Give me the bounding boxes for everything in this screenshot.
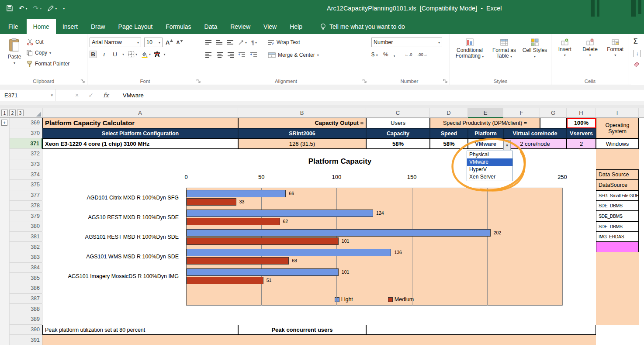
tell-me-box[interactable]: Tell me what you want to do <box>320 19 405 34</box>
outline-expand-button[interactable]: + <box>1 120 7 126</box>
cell-e371-active[interactable]: VMware <box>468 138 503 149</box>
column-header-a[interactable]: A <box>42 108 238 118</box>
cell-i381[interactable]: IMG_ERDAS <box>596 232 639 242</box>
name-box[interactable]: E371▾ <box>0 89 56 101</box>
row-header-380[interactable]: 380 <box>10 221 42 232</box>
column-header-h[interactable]: H <box>567 108 596 118</box>
validation-dropdown-button[interactable]: ▾ <box>503 140 511 150</box>
cell-i372[interactable] <box>596 149 639 159</box>
row-header-383[interactable]: 383 <box>10 252 42 263</box>
top-align-button[interactable] <box>205 40 212 45</box>
select-all-icon[interactable] <box>36 112 41 117</box>
underline-button[interactable]: U <box>111 51 118 58</box>
format-cells-button[interactable]: Format ▾ <box>604 36 627 76</box>
cell-i377[interactable]: SFG_Small File GDB <box>596 190 639 201</box>
outline-level-3-button[interactable]: 3 <box>17 110 24 116</box>
row-header-379[interactable]: 379 <box>10 211 42 221</box>
cell-e370[interactable]: Platform <box>468 128 503 139</box>
row-header-391[interactable]: 391 <box>10 335 42 345</box>
tab-file[interactable]: File <box>0 19 27 34</box>
row-header-377[interactable]: 377 <box>10 190 42 201</box>
italic-button[interactable]: I <box>100 51 107 58</box>
underline-dropdown[interactable]: ▾ <box>122 52 124 56</box>
decrease-decimal-button[interactable]: .00→ <box>418 52 428 57</box>
cell-i384[interactable] <box>596 263 639 273</box>
cell-i369-i370-merged[interactable]: Operating System <box>596 118 639 138</box>
accounting-format-button[interactable]: $ ▾ <box>371 51 378 58</box>
cell-i378[interactable]: SDE_DBMS <box>596 201 639 211</box>
dialog-launcher-icon[interactable] <box>443 79 448 83</box>
outline-level-1-button[interactable]: 1 <box>1 110 8 116</box>
row-header-381[interactable]: 381 <box>10 232 42 242</box>
increase-indent-button[interactable] <box>250 51 257 59</box>
column-header-e[interactable]: E <box>468 108 503 118</box>
cell-styles-button[interactable]: Cell Styles ▾ <box>521 36 548 76</box>
align-left-button[interactable] <box>205 52 212 58</box>
cell-a370[interactable]: Select Platform Configuration <box>42 128 238 139</box>
font-color-button[interactable]: A <box>155 52 160 57</box>
cell-h370[interactable]: Vservers <box>567 128 596 139</box>
outline-level-2-button[interactable]: 2 <box>9 110 16 116</box>
middle-align-button[interactable] <box>216 40 223 45</box>
dropdown-item-vmware[interactable]: VMware <box>467 158 512 166</box>
tab-page-layout[interactable]: Page Layout <box>112 19 159 34</box>
dialog-launcher-icon[interactable] <box>80 79 85 83</box>
row-header-369[interactable]: 369 <box>10 118 42 128</box>
cells-a391-h391[interactable] <box>42 335 596 345</box>
row-header-390[interactable]: 390 <box>10 325 42 335</box>
copy-button[interactable]: Copy▾ <box>27 48 69 57</box>
row-header-374[interactable]: 374 <box>10 169 42 180</box>
row-header-372[interactable]: 372 <box>10 149 42 159</box>
cell-h371[interactable]: 2 <box>567 138 596 149</box>
dropdown-item-hyperv[interactable]: HyperV <box>467 166 512 173</box>
paste-button[interactable]: Paste▾ <box>2 36 27 76</box>
tab-insert[interactable]: Insert <box>56 19 84 34</box>
tab-help[interactable]: Help <box>283 19 309 34</box>
comma-style-button[interactable]: , <box>393 51 395 58</box>
text-direction-button[interactable]: ¶▾ <box>251 39 257 46</box>
font-family-select[interactable]: Arial Narrow▾ <box>90 38 141 47</box>
cell-c370[interactable]: Capacity <box>366 128 430 139</box>
cell-i382[interactable] <box>596 242 639 252</box>
cell-b370[interactable]: SRint2006 <box>238 128 366 139</box>
row-header-373[interactable]: 373 <box>10 159 42 170</box>
enter-icon[interactable]: ✓ <box>88 92 93 99</box>
cell-d370[interactable]: Speed <box>430 128 468 139</box>
cell-i385[interactable] <box>596 273 639 283</box>
column-header-b[interactable]: B <box>238 108 366 118</box>
cell-c371[interactable]: 58% <box>366 138 430 149</box>
cell-b371[interactable]: 126 (31.5) <box>238 138 366 149</box>
redo-button[interactable]: ↷▾ <box>33 4 42 12</box>
row-header-375[interactable]: 375 <box>10 180 42 190</box>
cell-d369-f369[interactable]: Special Productivity (DPM/client) = <box>430 118 540 128</box>
increase-decimal-button[interactable]: ←.0 <box>405 52 412 57</box>
cell-i373[interactable] <box>596 159 639 170</box>
tab-data[interactable]: Data <box>198 19 224 34</box>
cut-button[interactable]: Cut <box>27 38 69 46</box>
row-header-389[interactable]: 389 <box>10 314 42 325</box>
grow-font-button[interactable]: A <box>166 39 173 46</box>
percent-style-button[interactable]: % <box>383 51 388 58</box>
merge-center-button[interactable]: Merge & Center▾ <box>268 51 319 59</box>
borders-button[interactable]: ▾ <box>128 51 137 58</box>
cell-i387[interactable] <box>596 294 639 304</box>
format-painter-button[interactable]: Format Painter <box>27 59 69 68</box>
cell-c369[interactable]: Users <box>366 118 430 128</box>
row-header-387[interactable]: 387 <box>10 294 42 304</box>
align-center-button[interactable] <box>216 52 223 58</box>
insert-function-icon[interactable]: fx <box>103 92 109 99</box>
cell-i390[interactable] <box>596 325 639 335</box>
cell-i388[interactable] <box>596 304 639 314</box>
format-as-table-button[interactable]: Format as Table ▾ <box>489 36 519 76</box>
ink-button[interactable]: ▾ <box>47 5 57 12</box>
cell-i379[interactable]: SDE_DBMS <box>596 211 639 221</box>
cells-c390-h390[interactable] <box>366 325 596 335</box>
row-header-382[interactable]: 382 <box>10 242 42 252</box>
tab-home[interactable]: Home <box>27 19 56 34</box>
tab-draw[interactable]: Draw <box>84 19 112 34</box>
tab-formulas[interactable]: Formulas <box>159 19 197 34</box>
cell-a369[interactable]: Platform Capacity Calculator <box>42 118 238 128</box>
cell-i386[interactable] <box>596 283 639 294</box>
dialog-launcher-icon[interactable] <box>362 79 367 83</box>
row-header-371[interactable]: 371 <box>10 138 42 149</box>
